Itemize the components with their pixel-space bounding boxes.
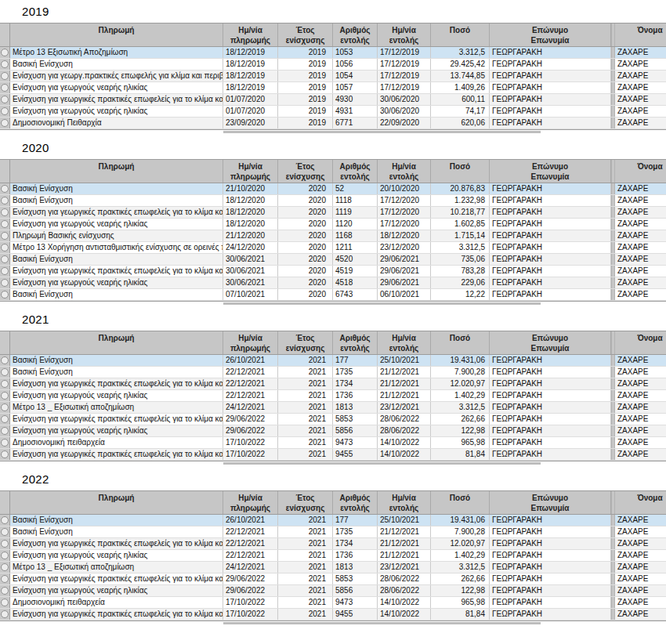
table-row[interactable]: Ενίσχυση για γεωργούς νεαρής ηλικίας29/0… xyxy=(0,585,666,597)
table-row[interactable]: Μέτρο 13 _ Εξισωτική αποζημίωση24/12/202… xyxy=(0,402,666,414)
table-row[interactable]: Ενίσχυση για γεωργούς νεαρής ηλικίας18/1… xyxy=(0,219,666,230)
row-select-radio[interactable] xyxy=(1,84,9,92)
row-select-radio[interactable] xyxy=(1,232,9,240)
table-row[interactable]: Μέτρο 13 Εξισωτική Αποζημίωση18/12/20192… xyxy=(0,47,666,59)
row-select-radio[interactable] xyxy=(1,415,9,423)
cell-aid-year: 2020 xyxy=(278,219,333,230)
row-select-radio[interactable] xyxy=(1,380,9,388)
table-row[interactable]: Ενίσχυση για γεωργικές πρακτικές επωφελε… xyxy=(0,266,666,277)
column-header-label: Πληρωμή xyxy=(99,25,135,35)
column-header-payment: Πληρωμή xyxy=(10,160,223,183)
table-row[interactable]: Βασική Ενίσχυση21/10/202020205220/10/202… xyxy=(0,183,666,195)
cell-surname: ΓΕΩΡΓΑΡΑΚΗ xyxy=(490,183,611,194)
table-row[interactable]: Βασική Ενίσχυση26/10/2021202117725/10/20… xyxy=(0,515,666,526)
scrollbar-thumb[interactable] xyxy=(223,131,541,133)
table-row[interactable]: Ενίσχυση για γεωργικές πρακτικές επωφελε… xyxy=(0,538,666,550)
row-select-radio[interactable] xyxy=(1,403,9,411)
row-select-radio[interactable] xyxy=(1,107,9,115)
table-row[interactable]: Ενίσχυση για γεωργικές πρακτικές επωφελε… xyxy=(0,378,666,390)
row-select-radio[interactable] xyxy=(1,587,9,595)
row-select-radio[interactable] xyxy=(1,610,9,618)
row-select-radio[interactable] xyxy=(1,197,9,204)
row-select-radio[interactable] xyxy=(1,439,9,447)
horizontal-scrollbar[interactable] xyxy=(0,622,666,625)
column-header-label: ενίσχυσης xyxy=(286,503,325,513)
table-row[interactable]: Ενίσχυση για γεωργικές πρακτικές επωφελε… xyxy=(0,449,666,461)
row-select-radio[interactable] xyxy=(1,49,9,56)
row-select-radio[interactable] xyxy=(1,528,9,536)
row-select-radio[interactable] xyxy=(1,516,9,524)
table-row[interactable]: Βασική Ενίσχυση18/12/20192019105617/12/2… xyxy=(0,59,666,71)
scrollbar-thumb[interactable] xyxy=(223,622,541,624)
row-select-radio[interactable] xyxy=(1,220,9,228)
column-header-surname: ΕπώνυμοΕπωνυμία xyxy=(490,24,611,46)
row-select-radio[interactable] xyxy=(1,540,9,548)
cell-aid-year: 2021 xyxy=(278,562,333,573)
table-row[interactable]: Ενίσχυση για γεωργικές πρακτικές επωφελε… xyxy=(0,207,666,219)
table-row[interactable]: Βασική Ενίσχυση18/12/20202020111817/12/2… xyxy=(0,195,666,207)
cell-amount: 12,22 xyxy=(431,289,490,300)
cell-first-name: ΖΑΧΑΡΕ xyxy=(615,118,666,128)
table-row[interactable]: Βασική Ενίσχυση07/10/20212020674306/10/2… xyxy=(0,289,666,301)
table-row[interactable]: Μέτρο 13 _ Εξισωτική αποζημίωση24/12/202… xyxy=(0,562,666,573)
table-row[interactable]: Ενίσχυση για γεωργικές πρακτικές επωφελε… xyxy=(0,94,666,106)
table-row[interactable]: Ενίσχυση για γεωργούς νεαρής ηλικίας22/1… xyxy=(0,390,666,402)
table-row[interactable]: Ενίσχυση για γεωργούς νεαρής ηλικίας18/1… xyxy=(0,82,666,94)
table-row[interactable]: Ενίσχυση για γεωργ.πρακτικές επωφελής γι… xyxy=(0,71,666,82)
row-select-radio[interactable] xyxy=(1,392,9,400)
row-select-radio[interactable] xyxy=(1,244,9,251)
row-select-radio[interactable] xyxy=(1,185,9,193)
column-header-label: εντολής xyxy=(340,172,369,182)
row-select-radio[interactable] xyxy=(1,552,9,559)
cell-payment-date: 17/10/2022 xyxy=(223,449,278,460)
cell-order-date: 28/06/2022 xyxy=(378,414,431,425)
table-row[interactable]: Πληρωμή Βασικής ενίσχυσης21/12/202020201… xyxy=(0,230,666,242)
table-row[interactable]: Μέτρο 13 Χορήγηση αντισταθμιστικής ενίσχ… xyxy=(0,242,666,254)
row-select-radio[interactable] xyxy=(1,119,9,127)
row-select-radio[interactable] xyxy=(1,368,9,376)
cell-order-date: 28/06/2022 xyxy=(378,573,431,584)
row-select-radio[interactable] xyxy=(1,255,9,263)
cell-surname: ΓΕΩΡΓΑΡΑΚΗ xyxy=(490,550,611,561)
horizontal-scrollbar[interactable] xyxy=(0,131,666,134)
row-select-radio[interactable] xyxy=(1,208,9,216)
row-select-radio[interactable] xyxy=(1,60,9,68)
scrollbar-thumb[interactable] xyxy=(223,462,541,465)
column-header-payment: Πληρωμή xyxy=(10,24,223,46)
table-row[interactable]: Ενίσχυση για γεωργούς νεαρής ηλικίας29/0… xyxy=(0,425,666,437)
table-row[interactable]: Βασική Ενίσχυση22/12/20212021173521/12/2… xyxy=(0,367,666,378)
row-select-radio[interactable] xyxy=(1,427,9,435)
table-row[interactable]: Δημοσιονομική Πειθαρχία23/09/20202019677… xyxy=(0,118,666,129)
table-row[interactable]: Βασική Ενίσχυση30/06/20212020452029/06/2… xyxy=(0,254,666,266)
table-row[interactable]: Βασική Ενίσχυση26/10/2021202117725/10/20… xyxy=(0,355,666,367)
row-select-radio[interactable] xyxy=(1,599,9,606)
table-row[interactable]: Ενίσχυση για γεωργικές πρακτικές επωφελε… xyxy=(0,414,666,425)
row-select-radio[interactable] xyxy=(1,450,9,458)
row-select-radio[interactable] xyxy=(1,291,9,298)
table-row[interactable]: Ενίσχυση για γεωργικές πρακτικές επωφελε… xyxy=(0,609,666,620)
cell-amount: 1.402,29 xyxy=(431,390,490,401)
row-select-radio[interactable] xyxy=(1,575,9,583)
cell-first-name: ΖΑΧΑΡΕ xyxy=(615,195,666,206)
cell-surname: ΓΕΩΡΓΑΡΑΚΗ xyxy=(490,390,611,401)
horizontal-scrollbar[interactable] xyxy=(0,302,666,306)
row-select-radio[interactable] xyxy=(1,356,9,364)
table-row[interactable]: Ενίσχυση για γεωργούς νεαρής ηλικίας30/0… xyxy=(0,277,666,289)
table-row[interactable]: Ενίσχυση για γεωργούς νεαρής ηλικίας22/1… xyxy=(0,550,666,562)
table-row[interactable]: Δημοσιονομική πειθαρχεία17/10/2022202194… xyxy=(0,437,666,449)
scrollbar-thumb[interactable] xyxy=(223,302,541,305)
horizontal-scrollbar[interactable] xyxy=(0,462,666,465)
row-select-radio[interactable] xyxy=(1,267,9,275)
table-row[interactable]: Βασική Ενίσχυση22/12/20212021173521/12/2… xyxy=(0,526,666,538)
table-row[interactable]: Δημοσιονομική πειθαρχεία17/10/2022202194… xyxy=(0,597,666,609)
row-select-radio[interactable] xyxy=(1,96,9,103)
row-select-radio[interactable] xyxy=(1,72,9,80)
row-select-radio[interactable] xyxy=(1,563,9,571)
cell-amount: 600,11 xyxy=(431,94,490,105)
select-column-header xyxy=(0,331,10,354)
cell-amount: 262,66 xyxy=(431,414,490,425)
row-select-radio[interactable] xyxy=(1,279,9,287)
table-row[interactable]: Ενίσχυση για γεωργούς νεαρής ηλικίας01/0… xyxy=(0,106,666,118)
cell-order-number: 4931 xyxy=(333,106,378,117)
table-row[interactable]: Ενίσχυση για γεωργικές πρακτικές επωφελε… xyxy=(0,573,666,585)
